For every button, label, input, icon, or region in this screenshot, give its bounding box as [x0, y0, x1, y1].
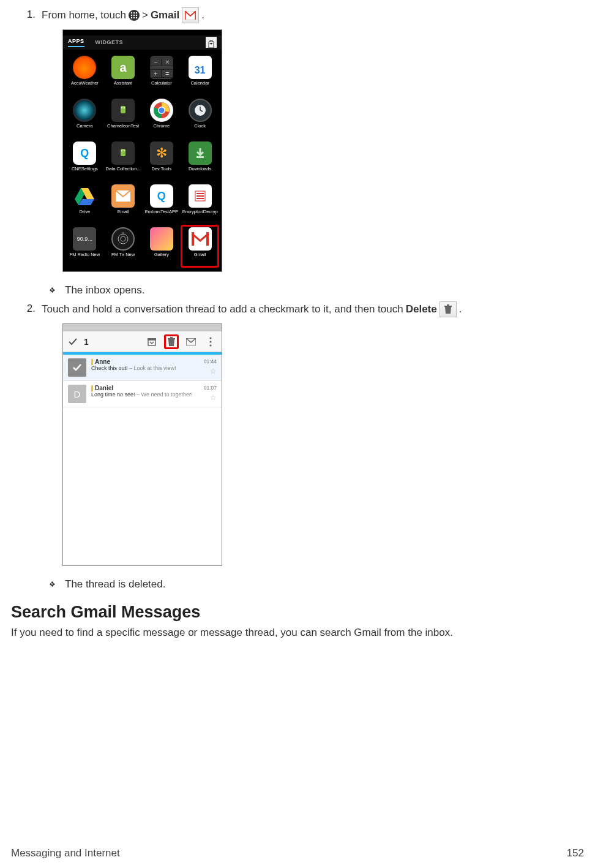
app-calendar: 31Calendar	[181, 53, 219, 96]
step-2-delete: Delete	[406, 302, 437, 317]
step-2-part-b: .	[459, 302, 462, 317]
step-1-gmail: Gmail	[151, 8, 179, 23]
svg-point-18	[121, 150, 122, 151]
footer-page-number: 152	[567, 847, 584, 859]
step-1-part-b: >	[142, 8, 148, 23]
diamond-bullet-icon: ❖	[49, 578, 65, 589]
downloads-icon	[189, 142, 212, 165]
app-label: Calendar	[190, 81, 209, 86]
step-2-part-a: Touch and hold a conversation thread to …	[42, 302, 403, 317]
gmail-empty-area	[63, 407, 222, 565]
app-label: FM Tx New	[111, 252, 135, 257]
svg-rect-36	[170, 337, 173, 338]
svg-rect-28	[192, 232, 209, 246]
svg-rect-10	[121, 106, 125, 113]
subject-text: Long time no see!	[91, 391, 135, 398]
tab-apps: APPS	[68, 38, 84, 47]
app-label: Assistant	[114, 81, 132, 86]
message-sender: Daniel	[91, 385, 201, 391]
app-clock: Clock	[181, 96, 219, 139]
done-icon	[67, 336, 79, 348]
datacollection-icon	[111, 142, 135, 165]
status-bar	[63, 30, 222, 36]
app-label: ChameleonTest	[107, 124, 139, 129]
app-label: Gmail	[194, 252, 206, 257]
svg-point-40	[209, 344, 211, 346]
fmradio-icon: 90.9...	[73, 227, 96, 251]
step-2-number: 2.	[24, 301, 42, 317]
preview-text: – We need to together!	[135, 391, 193, 398]
app-label: Camera	[77, 124, 93, 129]
app-chrome: Chrome	[143, 96, 181, 139]
app-drawer-tabs: APPS WIDGETS	[63, 36, 222, 50]
tab-widgets: WIDGETS	[95, 39, 124, 45]
step-1-number: 1.	[24, 7, 42, 23]
star-icon: ☆	[210, 367, 217, 376]
preview-text: – Look at this view!	[128, 365, 176, 371]
message-sender: Anne	[91, 358, 201, 365]
app-datacollection: Data Collection...	[104, 139, 143, 182]
section-heading: Search Gmail Messages	[11, 603, 584, 622]
gmail-action-bar: 1	[63, 331, 222, 352]
svg-point-38	[209, 337, 211, 339]
svg-rect-23	[196, 193, 204, 194]
star-icon: ☆	[210, 393, 217, 402]
svg-point-5	[136, 15, 137, 16]
message-time: 01:44	[204, 358, 217, 364]
step-1-part-c: .	[201, 8, 204, 23]
devtools-icon: ✻	[150, 142, 173, 165]
svg-point-15	[159, 108, 164, 113]
mail-icon	[184, 334, 198, 349]
apps-icon	[129, 10, 140, 21]
svg-rect-31	[444, 306, 452, 307]
app-label: Clock	[194, 124, 206, 129]
svg-point-12	[124, 107, 125, 108]
app-label: Calculator	[151, 81, 172, 86]
svg-rect-29	[192, 232, 194, 246]
svg-point-6	[131, 17, 132, 18]
app-accuweather: AccuWeather	[65, 53, 104, 96]
app-downloads: Downloads	[181, 139, 219, 182]
app-label: Data Collection...	[106, 167, 141, 172]
svg-point-0	[131, 12, 132, 13]
svg-point-7	[133, 17, 135, 18]
camera-icon	[73, 99, 96, 122]
app-devtools: ✻Dev Tools	[143, 139, 181, 182]
avatar-letter: D	[68, 385, 86, 403]
app-label: AccuWeather	[71, 81, 99, 86]
svg-rect-32	[447, 304, 449, 306]
section-paragraph: If you need to find a specific message o…	[11, 625, 584, 641]
overflow-icon	[203, 334, 218, 349]
gmail-app-icon	[189, 227, 212, 251]
app-embms: QEmbmsTestAPP	[143, 182, 181, 225]
app-label: Chrome	[154, 124, 170, 129]
svg-point-2	[136, 12, 137, 13]
app-assistant: aAssistant	[104, 53, 143, 96]
drive-icon	[73, 184, 96, 208]
step-2: 2. Touch and hold a conversation thread …	[24, 301, 584, 317]
svg-point-39	[209, 341, 211, 342]
svg-point-4	[133, 15, 135, 16]
step-2-text: Touch and hold a conversation thread to …	[42, 301, 584, 317]
svg-point-27	[121, 236, 125, 241]
play-store-icon	[206, 37, 217, 48]
svg-point-1	[133, 12, 135, 13]
svg-rect-30	[206, 232, 209, 246]
step-1-text: From home, touch > Gmail .	[42, 7, 584, 23]
trash-icon	[440, 301, 457, 317]
app-encryptor: Encryptor/Decryptor	[181, 182, 219, 225]
gmail-icon	[182, 7, 199, 23]
page-footer: Messaging and Internet 152	[11, 847, 584, 859]
email-icon	[111, 184, 135, 208]
app-camera: Camera	[65, 96, 104, 139]
gmail-message: D Daniel Long time no see! – We need to …	[63, 381, 222, 407]
svg-rect-25	[196, 198, 204, 199]
fmtx-icon	[111, 227, 135, 251]
svg-rect-35	[168, 338, 175, 339]
selection-count: 1	[84, 337, 89, 347]
app-chameleon: ChameleonTest	[104, 96, 143, 139]
chrome-icon	[150, 99, 173, 122]
app-label: Downloads	[189, 167, 211, 172]
app-gmail-highlighted: Gmail	[181, 225, 219, 268]
message-subject: Check this out! – Look at this view!	[91, 365, 201, 371]
